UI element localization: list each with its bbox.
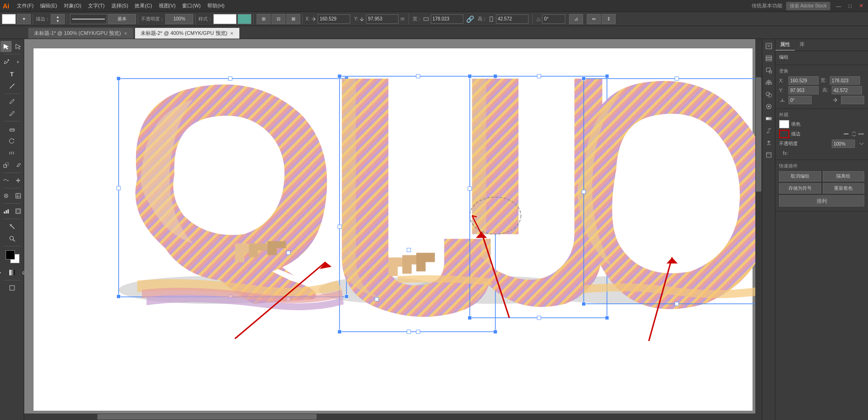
fill-swatch[interactable]	[2, 14, 16, 24]
line-tool[interactable]	[7, 80, 18, 92]
gradient-mode-btn[interactable]	[7, 267, 18, 278]
artboard-tool[interactable]	[13, 206, 24, 217]
vertical-scrollbar-thumb[interactable]	[756, 77, 761, 192]
style-color[interactable]	[237, 14, 251, 24]
align-panel-icon[interactable]	[764, 77, 774, 87]
align-icon1[interactable]: ⊞	[257, 14, 271, 24]
fill-color-swatch[interactable]	[779, 120, 789, 128]
opacity-arrow-icon[interactable]	[858, 140, 864, 147]
save-symbol-button[interactable]: 存储为符号	[779, 183, 821, 193]
properties-tab[interactable]: 属性	[775, 39, 795, 51]
paintbrush-tool[interactable]	[7, 96, 18, 107]
stroke-more-icon[interactable]	[858, 131, 864, 137]
menu-file[interactable]: 文件(F)	[14, 1, 36, 10]
stroke-line[interactable]	[70, 14, 107, 24]
shear-tool[interactable]	[13, 160, 24, 171]
recolor-button[interactable]: 重新着色	[823, 183, 865, 193]
tab-2-close[interactable]: ✕	[230, 31, 234, 36]
link-panel-icon[interactable]	[764, 126, 774, 136]
menu-effect[interactable]: 效果(C)	[132, 1, 155, 10]
warp-tool[interactable]	[0, 175, 12, 186]
ungroup-button[interactable]: 取消编组	[779, 171, 821, 181]
type-tool[interactable]: T	[7, 68, 18, 80]
color-mode-btn[interactable]: ●	[0, 267, 6, 278]
stroke-color-swatch[interactable]	[779, 130, 789, 138]
zoom-tool[interactable]	[7, 233, 18, 244]
screen-mode-btn[interactable]	[7, 282, 18, 293]
tab-1[interactable]: 未标题-1* @ 100% (CMYK/GPU 预览) ✕	[28, 27, 134, 39]
layers-icon[interactable]	[764, 53, 774, 63]
x-value[interactable]: 160.529	[318, 14, 350, 24]
gradient-panel-icon[interactable]	[764, 113, 774, 124]
shear-icon[interactable]: ⊿	[569, 14, 583, 24]
maximize-button[interactable]: □	[847, 3, 854, 9]
rotate-tool[interactable]	[7, 135, 18, 147]
foreground-color[interactable]	[6, 250, 15, 260]
slice-tool[interactable]	[7, 221, 18, 232]
tab-1-close[interactable]: ✕	[124, 31, 128, 36]
export-icon[interactable]	[764, 138, 774, 148]
align-icon2[interactable]: ⊟	[271, 14, 285, 24]
y-input-panel[interactable]	[788, 86, 819, 94]
arrange-button[interactable]: 排列	[779, 195, 864, 207]
angle-input-panel[interactable]	[788, 96, 812, 104]
vertical-scrollbar[interactable]	[755, 39, 762, 420]
flip-h-icon[interactable]: ⇔	[587, 14, 601, 24]
horizontal-scrollbar-thumb[interactable]	[97, 414, 317, 420]
artwork-canvas[interactable]	[24, 39, 762, 420]
menu-select[interactable]: 选择(S)	[108, 1, 131, 10]
style-swatch[interactable]	[213, 14, 237, 24]
library-tab[interactable]: 库	[795, 39, 809, 51]
transform-icon[interactable]: ⊠	[286, 14, 300, 24]
stroke-type-select[interactable]: 基本	[108, 14, 136, 24]
w-input-panel[interactable]	[830, 76, 860, 85]
column-graph-tool[interactable]	[0, 206, 12, 217]
stroke-weight-icon	[843, 131, 849, 137]
constrain-proportions-icon[interactable]: 🔗	[466, 15, 474, 23]
symbol-tool[interactable]	[0, 190, 12, 201]
tab-2[interactable]: 未标题-2* @ 400% (CMYK/GPU 预览) ✕	[135, 27, 240, 39]
hw-row: Y: 高:	[779, 86, 864, 94]
canvas-area[interactable]	[24, 39, 762, 420]
workspace-label[interactable]: 传统基本功能	[752, 2, 782, 9]
pen-tool[interactable]	[0, 56, 12, 67]
opacity-input-panel[interactable]	[832, 140, 855, 148]
pencil-tool[interactable]	[7, 108, 18, 119]
embed-icon[interactable]	[764, 150, 774, 160]
y-value[interactable]: 97.953	[366, 14, 399, 24]
menu-window[interactable]: 窗口(W)	[179, 1, 203, 10]
width-tool[interactable]	[13, 175, 24, 186]
transform-panel-icon[interactable]	[764, 65, 774, 75]
shear-input-panel[interactable]	[841, 96, 864, 104]
close-button[interactable]: ✕	[857, 3, 865, 9]
direct-select-tool[interactable]	[13, 41, 24, 52]
appearance-icon[interactable]	[764, 101, 774, 112]
menu-edit[interactable]: 编辑(E)	[37, 1, 60, 10]
h-input-panel[interactable]	[832, 86, 862, 94]
menu-help[interactable]: 帮助(H)	[204, 1, 227, 10]
scale-tool[interactable]	[0, 160, 12, 171]
menu-text[interactable]: 文字(T)	[85, 1, 108, 10]
add-anchor-tool[interactable]: +	[13, 56, 24, 67]
x-input-panel[interactable]	[788, 76, 819, 85]
eraser-tool[interactable]	[7, 123, 18, 134]
menu-object[interactable]: 对象(O)	[61, 1, 84, 10]
stroke-arrows-icon[interactable]	[850, 131, 857, 137]
reflect-tool[interactable]	[7, 147, 18, 159]
angle-value[interactable]: 0°	[542, 14, 565, 24]
search-stock[interactable]: 搜索 Adobe Stock	[786, 2, 830, 10]
menu-view[interactable]: 视图(V)	[156, 1, 179, 10]
properties-icon[interactable]	[764, 41, 774, 51]
minimize-button[interactable]: —	[834, 3, 843, 9]
select-tool[interactable]	[0, 41, 12, 52]
h-value[interactable]: 42.572	[496, 14, 529, 24]
horizontal-scrollbar[interactable]	[24, 413, 755, 420]
w-value[interactable]: 178.023	[431, 14, 463, 24]
opacity-input[interactable]: 100%	[165, 14, 193, 24]
tool-options[interactable]: ▾	[17, 14, 31, 24]
graph-tool[interactable]	[13, 190, 24, 201]
pathfinder-icon[interactable]	[764, 89, 774, 100]
flip-v-icon[interactable]: ⇕	[602, 14, 616, 24]
stroke-spinup[interactable]: ▲▼	[51, 14, 65, 24]
isolate-button[interactable]: 隔离组	[823, 171, 865, 181]
